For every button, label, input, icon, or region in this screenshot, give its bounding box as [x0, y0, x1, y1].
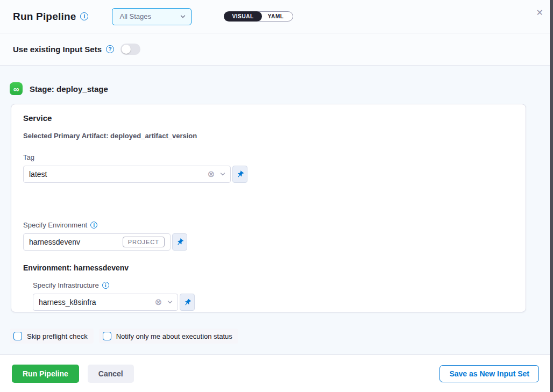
tag-input[interactable] — [29, 170, 208, 179]
modal-footer: Run Pipeline Cancel Save as New Input Se… — [0, 354, 553, 392]
toggle-knob — [122, 45, 131, 54]
stage-selector-value: All Stages — [119, 12, 151, 20]
notify-me-option[interactable]: Notify only me about execution status — [99, 329, 238, 344]
tab-visual[interactable]: VISUAL — [224, 11, 261, 22]
infrastructure-runtime-pin-button[interactable] — [180, 294, 195, 311]
close-icon[interactable]: ✕ — [536, 9, 543, 17]
infrastructure-input-box: ⊗ — [33, 294, 178, 311]
run-pipeline-button[interactable]: Run Pipeline — [12, 365, 79, 383]
pipeline-info-icon[interactable]: i — [80, 12, 88, 20]
infrastructure-label-text: Specify Infrastructure — [33, 281, 99, 289]
infrastructure-block: Specify Infrastructure i ⊗ — [33, 281, 514, 311]
modal-header: Run Pipeline i All Stages VISUAL YAML ✕ — [0, 0, 553, 33]
input-sets-label: Use existing Input Sets — [13, 45, 102, 54]
chevron-down-icon[interactable] — [167, 299, 173, 305]
infrastructure-field-label: Specify Infrastructure i — [33, 281, 514, 289]
skip-preflight-option[interactable]: Skip preflight check — [10, 329, 94, 344]
stage-title: Stage: deploy_stage — [30, 84, 108, 94]
environment-input-row: PROJECT — [23, 233, 514, 251]
clear-icon[interactable]: ⊗ — [155, 298, 162, 307]
deploy-stage-icon: ∞ — [10, 82, 23, 95]
visual-yaml-toggle: VISUAL YAML — [224, 11, 293, 22]
pin-icon — [181, 296, 193, 308]
pin-icon — [234, 168, 245, 180]
chevron-down-icon — [180, 14, 186, 19]
environment-info-icon[interactable]: i — [90, 222, 97, 229]
page-title: Run Pipeline — [13, 11, 76, 23]
clear-icon[interactable]: ⊗ — [208, 170, 215, 179]
primary-artifact-line: Selected Primary Artifact: deployed_arti… — [23, 132, 514, 140]
input-sets-row: Use existing Input Sets ? — [0, 33, 553, 66]
pin-icon — [174, 236, 185, 247]
stage-row: ∞ Stage: deploy_stage — [0, 66, 553, 95]
environment-label-text: Specify Environment — [23, 221, 87, 229]
tag-input-row: ⊗ — [23, 166, 514, 183]
modal-backdrop-edge — [550, 0, 553, 392]
service-card: Service Selected Primary Artifact: deplo… — [11, 104, 526, 312]
modal-body: ∞ Stage: deploy_stage Service Selected P… — [0, 66, 553, 354]
environment-input[interactable] — [29, 238, 123, 246]
input-sets-toggle[interactable] — [120, 44, 140, 55]
project-scope-badge: PROJECT — [123, 237, 165, 247]
execution-options-row: Skip preflight check Notify only me abou… — [0, 312, 553, 344]
notify-me-checkbox[interactable] — [103, 332, 111, 340]
tag-input-box: ⊗ — [23, 166, 231, 183]
environment-section-title: Environment: harnessdevenv — [23, 263, 514, 272]
infrastructure-input-row: ⊗ — [33, 294, 514, 311]
chevron-down-icon[interactable] — [219, 171, 226, 177]
environment-runtime-pin-button[interactable] — [172, 233, 187, 251]
notify-me-label: Notify only me about execution status — [116, 332, 232, 340]
save-as-new-input-set-button[interactable]: Save as New Input Set — [439, 365, 539, 382]
input-sets-help-icon[interactable]: ? — [106, 45, 114, 53]
tag-label: Tag — [23, 153, 514, 161]
service-section-title: Service — [23, 113, 514, 123]
environment-field-label: Specify Environment i — [23, 221, 514, 229]
environment-input-box: PROJECT — [23, 233, 171, 251]
skip-preflight-label: Skip preflight check — [27, 332, 88, 340]
infrastructure-info-icon[interactable]: i — [102, 282, 109, 289]
stage-selector-dropdown[interactable]: All Stages — [112, 8, 192, 25]
skip-preflight-checkbox[interactable] — [13, 332, 22, 340]
run-pipeline-modal: Run Pipeline i All Stages VISUAL YAML ✕ … — [0, 0, 553, 392]
cancel-button[interactable]: Cancel — [88, 365, 134, 383]
tag-runtime-pin-button[interactable] — [232, 166, 247, 183]
infrastructure-input[interactable] — [39, 298, 155, 307]
